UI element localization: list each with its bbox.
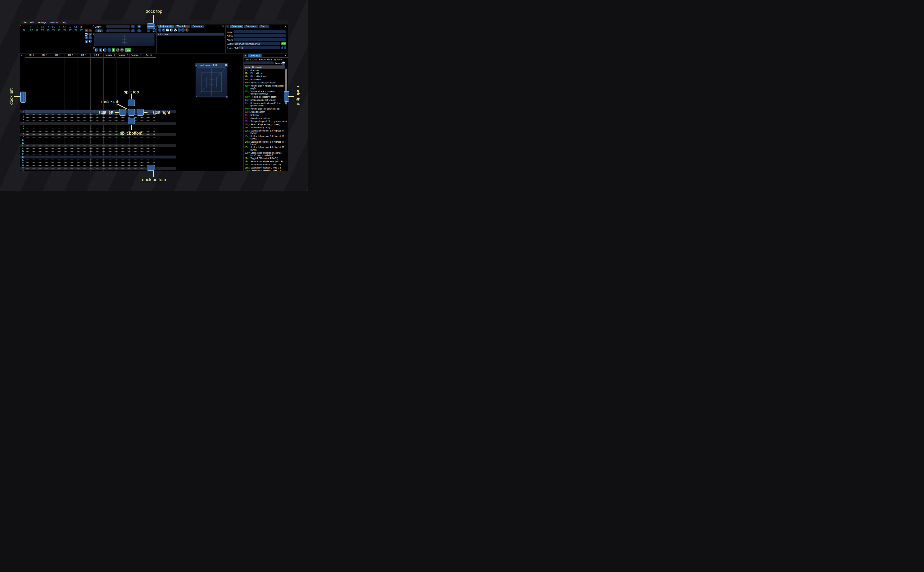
- make-tab-button[interactable]: [128, 109, 135, 116]
- name-field[interactable]: [234, 30, 286, 33]
- order-cell[interactable]: 00: [56, 28, 62, 31]
- tuning-decrease-button[interactable]: -: [281, 47, 283, 49]
- dock-top-button[interactable]: [146, 23, 155, 29]
- instrument-down-button[interactable]: ↓: [181, 28, 185, 31]
- effect-row-00xy[interactable]: 00xyArpeggio: [245, 69, 286, 72]
- channel-header-fm-5[interactable]: FM 5: [77, 54, 90, 57]
- effect-row-0Bxx[interactable]: 0BxxJump to pattern: [245, 111, 286, 113]
- effect-row-01xx[interactable]: 01xxPitch slide up: [245, 72, 286, 75]
- menu-item-file[interactable]: file: [22, 21, 28, 23]
- tab-song-info[interactable]: Song Info: [230, 25, 243, 28]
- order-cell[interactable]: 00: [51, 28, 56, 31]
- order-cell[interactable]: 00: [79, 28, 84, 31]
- effect-row-03xx[interactable]: 03xxPortamento: [245, 78, 286, 81]
- tab-subsongs[interactable]: Subsongs: [244, 25, 258, 28]
- tab-samples[interactable]: Samples: [191, 25, 204, 28]
- pattern-row-5[interactable]: 5: [20, 124, 176, 127]
- effect-row-0Fxx[interactable]: 0FxxSet speed (speed 2 if no grooves exi…: [245, 120, 286, 123]
- pattern-row-15[interactable]: 15: [20, 153, 176, 156]
- menu-item-window[interactable]: window: [48, 21, 60, 23]
- oscilloscope-xy-window[interactable]: ▼ Oscilloscope (X-Y) ✕: [195, 63, 228, 98]
- step-increase-button[interactable]: +: [137, 29, 140, 33]
- effect-row-15xx[interactable]: 15xxSet level of operator 4 (0 highest, …: [245, 146, 286, 151]
- effect-row-08xy[interactable]: 08xySet panning (x: left; y: right): [245, 99, 286, 101]
- tab-effect-list[interactable]: Effect List: [248, 54, 262, 57]
- pattern-row-16[interactable]: 16: [20, 155, 176, 159]
- duplicate-order-button[interactable]: [85, 33, 88, 36]
- metronome-button[interactable]: [116, 48, 120, 51]
- order-cell[interactable]: 00: [45, 28, 51, 31]
- album-field[interactable]: [234, 38, 286, 41]
- add-order-button[interactable]: +: [85, 29, 88, 32]
- remove-order-button[interactable]: −: [89, 29, 92, 32]
- collapse-icon[interactable]: ▼: [245, 54, 247, 57]
- order-cell[interactable]: 00: [62, 28, 68, 31]
- channel-header-fm-3[interactable]: FM 3: [51, 54, 64, 57]
- pattern-row-17[interactable]: 17: [20, 159, 176, 162]
- channel-header-noise[interactable]: Noise: [143, 54, 156, 57]
- search-options-button[interactable]: [282, 61, 285, 65]
- effect-row-0Cxx[interactable]: 0CxxRetrigger: [245, 114, 286, 117]
- effect-row-13xx[interactable]: 13xxSet level of operator 2 (0 highest, …: [245, 135, 286, 140]
- split-right-button[interactable]: [137, 109, 144, 116]
- pattern-row-14[interactable]: 14: [20, 150, 176, 153]
- channel-header-square-1[interactable]: Square 1: [103, 54, 117, 57]
- split-bottom-button[interactable]: [128, 118, 135, 124]
- effect-row-06xy[interactable]: 06xyVolume slide + portamento(compatibil…: [245, 90, 286, 95]
- pattern-row-6[interactable]: 6: [20, 127, 176, 130]
- effect-row-17xx[interactable]: 17xxToggle PCM mode (LEGACY): [245, 157, 286, 160]
- channel-header-fm-1[interactable]: FM 1: [25, 54, 38, 57]
- deep-clone-order-button[interactable]: [85, 40, 88, 43]
- order-cell[interactable]: 00: [68, 28, 73, 31]
- pattern-row-8[interactable]: 8: [20, 133, 176, 136]
- system-auto-button[interactable]: Auto: [281, 42, 286, 45]
- open-instrument-button[interactable]: [166, 28, 169, 31]
- effect-row-1Cxx[interactable]: 1CxxSet attack of operator 3 (0 to 1F): [245, 170, 286, 171]
- close-icon[interactable]: ✕: [285, 54, 287, 57]
- split-top-button[interactable]: [128, 99, 135, 106]
- pattern-row-4[interactable]: 4: [20, 122, 176, 124]
- author-field[interactable]: [234, 34, 286, 37]
- effect-row-0Dxx[interactable]: 0DxxJump to next pattern: [245, 117, 286, 120]
- repeat-pattern-button[interactable]: ↻: [120, 48, 124, 51]
- channel-header-fm-4[interactable]: FM 4: [64, 54, 78, 57]
- orders-selected-row[interactable]: 00 00000000000000000000: [21, 28, 84, 31]
- pattern-row-7[interactable]: 7: [20, 130, 176, 133]
- tab-speed[interactable]: Speed: [259, 25, 269, 28]
- poly-button[interactable]: Poly: [125, 48, 131, 51]
- effect-row-14xx[interactable]: 14xxSet level of operator 3 (0 highest, …: [245, 141, 286, 146]
- order-cell[interactable]: 00: [34, 28, 40, 31]
- effect-row-12xx[interactable]: 12xxSet level of operator 1 (0 highest, …: [245, 130, 286, 134]
- octave-decrease-button[interactable]: -: [131, 25, 134, 28]
- octave-input[interactable]: 3: [106, 25, 130, 28]
- resize-grip[interactable]: [226, 96, 228, 98]
- delete-instrument-button[interactable]: ×: [185, 28, 189, 31]
- play-from-start-button[interactable]: ◉: [99, 48, 102, 51]
- close-icon[interactable]: ✕: [222, 25, 224, 28]
- pattern-row-18[interactable]: 18: [20, 161, 176, 164]
- order-change-mode-button[interactable]: [89, 40, 92, 43]
- channel-header-square-3[interactable]: Square 3: [129, 54, 143, 57]
- add-instrument-button[interactable]: +: [158, 28, 161, 31]
- tab-instruments[interactable]: Instruments: [158, 25, 174, 28]
- close-icon[interactable]: ✕: [284, 25, 287, 28]
- pattern-row-13[interactable]: 13: [20, 147, 176, 150]
- menu-item-settings[interactable]: settings: [36, 21, 48, 23]
- instrument-list-item[interactable]: - None -: [157, 33, 224, 36]
- duplicate-order-to-end-button[interactable]: ∨∨: [89, 36, 92, 39]
- play-button[interactable]: ▶: [95, 48, 98, 51]
- tuning-increase-button[interactable]: +: [284, 47, 286, 49]
- effect-row-19xx[interactable]: 19xxSet attack of all operators (0 to 1F…: [245, 160, 286, 163]
- follow-pattern-checkbox[interactable]: ✓: [147, 29, 150, 33]
- duplicate-instrument-button[interactable]: [162, 28, 165, 31]
- effect-row-1Axx[interactable]: 1AxxSet attack of operator 1 (0 to 1F): [245, 163, 286, 166]
- effect-row-16xy[interactable]: 16xySet operator multiplier (x: operator…: [245, 152, 286, 157]
- system-field[interactable]: Sega Genesis/Mega Drive: [234, 42, 280, 45]
- tab-wavetables[interactable]: Wavetables: [175, 25, 190, 28]
- effect-table-header[interactable]: Name Description: [244, 65, 285, 68]
- search-input[interactable]: [244, 61, 274, 64]
- order-cell[interactable]: 00: [73, 28, 79, 31]
- effect-row-0Axy[interactable]: 0AxyVolume slide (0y: down; x0: up): [245, 108, 286, 110]
- effect-row-09xx[interactable]: 09xxSet groove pattern (speed 1 if nogro…: [245, 102, 286, 107]
- expand-channels-button[interactable]: ++: [21, 54, 23, 56]
